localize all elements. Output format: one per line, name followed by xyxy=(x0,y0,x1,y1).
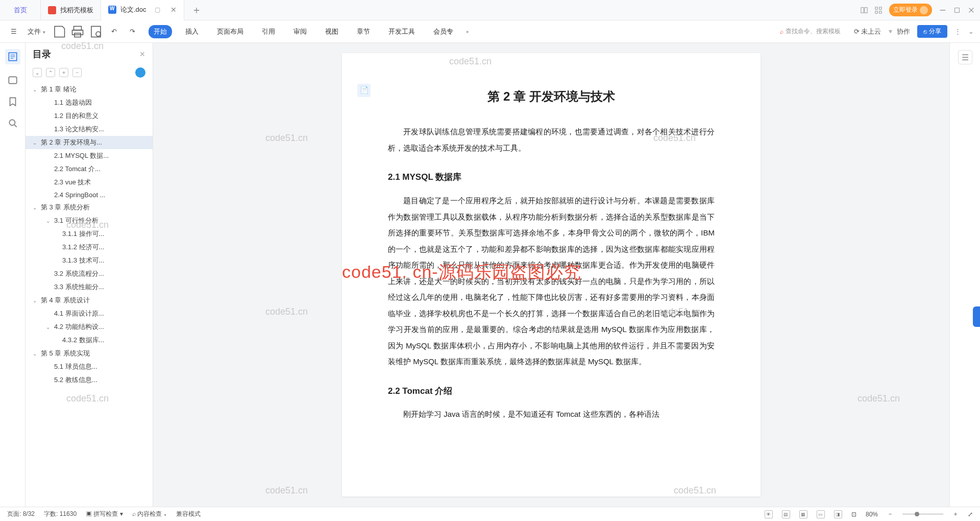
outline-item[interactable]: 2.2 Tomcat 介... xyxy=(26,162,153,176)
outline-label: 1.1 选题动因 xyxy=(54,98,92,107)
outline-item[interactable]: ⌄第 3 章 系统分析 xyxy=(26,201,153,214)
more-icon[interactable]: ⋮ xyxy=(954,28,961,35)
page-indicator[interactable]: 页面: 8/32 xyxy=(7,510,35,518)
chevron-down-icon: ⌄ xyxy=(33,205,40,210)
collapse-ribbon-icon[interactable]: ⌄ xyxy=(968,28,974,35)
outline-item[interactable]: ⌄第 4 章 系统设计 xyxy=(26,294,153,307)
outline-item[interactable]: 1.1 选题动因 xyxy=(26,96,153,109)
document-area[interactable]: 📄 第 2 章 开发环境与技术 开发球队训练信息管理系统需要搭建编程的环境，也需… xyxy=(153,43,949,507)
word-count[interactable]: 字数: 11630 xyxy=(44,510,77,518)
save-icon[interactable] xyxy=(52,24,67,39)
edge-tab[interactable] xyxy=(973,306,980,327)
outline-item[interactable]: 2.3 vue 技术 xyxy=(26,176,153,189)
tab-document[interactable]: 论文.doc ▢ ✕ xyxy=(101,0,184,20)
search-box[interactable]: ⌕ 查找命令、搜索模板 xyxy=(780,27,841,36)
outline-item[interactable]: 2.4 SpringBoot ... xyxy=(26,189,153,201)
zoom-slider[interactable] xyxy=(902,513,943,515)
close-window-button[interactable] xyxy=(968,7,975,14)
outline-item[interactable]: 5.2 教练信息... xyxy=(26,373,153,387)
close-icon[interactable]: ✕ xyxy=(170,6,177,14)
outline-item[interactable]: ⌄第 2 章 开发环境与... xyxy=(26,136,153,149)
redo-icon[interactable]: ↷ xyxy=(125,24,140,39)
undo-icon[interactable]: ↶ xyxy=(107,24,122,39)
ribbon-tab-chapter[interactable]: 章节 xyxy=(352,25,375,38)
ribbon-tab-devtools[interactable]: 开发工具 xyxy=(383,25,420,38)
print-icon[interactable] xyxy=(70,24,85,39)
spell-check[interactable]: ▣ 拼写检查 ▾ xyxy=(86,510,123,518)
outline-item[interactable]: 3.3 系统性能分... xyxy=(26,280,153,294)
fullscreen-icon[interactable]: ⤢ xyxy=(968,511,973,518)
outline-item[interactable]: ⌄3.1 可行性分析 xyxy=(26,214,153,227)
find-panel-icon[interactable] xyxy=(7,117,18,129)
ribbon-tab-view[interactable]: 视图 xyxy=(320,25,344,38)
search-placeholder: 查找命令、搜索模板 xyxy=(786,27,841,36)
outline-label: 1.3 论文结构安... xyxy=(54,125,104,134)
ribbon-tab-start[interactable]: 开始 xyxy=(149,25,172,38)
cloud-status[interactable]: ⟳ 未上云 xyxy=(854,27,881,36)
file-menu[interactable]: 文件 ▾ xyxy=(24,26,48,37)
outline-item[interactable]: 3.1.1 操作可... xyxy=(26,227,153,241)
outline-item[interactable]: 1.2 目的和意义 xyxy=(26,109,153,123)
outline-item[interactable]: 5.1 球员信息... xyxy=(26,360,153,373)
rail-menu-icon[interactable]: ☰ xyxy=(958,50,972,64)
svg-line-21 xyxy=(14,125,16,127)
outline-item[interactable]: 3.2 系统流程分... xyxy=(26,267,153,280)
page-action-icon[interactable]: 📄 xyxy=(357,84,371,97)
outline-item[interactable]: 4.1 界面设计原... xyxy=(26,307,153,320)
outline-label: 第 5 章 系统实现 xyxy=(41,349,90,358)
zoom-out-icon[interactable]: － xyxy=(887,510,893,518)
view-page-icon[interactable]: ▤ xyxy=(782,510,790,518)
zoom-fit-icon[interactable]: ⊡ xyxy=(851,511,856,518)
outline-title: 目录 xyxy=(33,48,51,60)
add-level-icon[interactable]: ＋ xyxy=(59,68,68,77)
expand-all-icon[interactable]: ⌃ xyxy=(46,68,55,77)
view-web-icon[interactable]: ▦ xyxy=(799,510,807,518)
ribbon-tab-review[interactable]: 审阅 xyxy=(288,25,312,38)
tab-home[interactable]: 首页 xyxy=(0,0,41,20)
ai-icon[interactable] xyxy=(135,67,145,78)
outline-item[interactable]: 3.1.3 技术可... xyxy=(26,254,153,267)
outline-item[interactable]: 2.1 MYSQL 数据... xyxy=(26,149,153,162)
apps-icon[interactable] xyxy=(875,7,882,14)
outline-item[interactable]: ⌄4.2 功能结构设... xyxy=(26,320,153,334)
ribbon-tab-reference[interactable]: 引用 xyxy=(257,25,280,38)
view-read-icon[interactable]: ◨ xyxy=(834,510,842,518)
ribbon-tab-member[interactable]: 会员专 xyxy=(428,25,458,38)
new-tab-button[interactable]: ＋ xyxy=(184,0,209,20)
login-button[interactable]: 立即登录 xyxy=(889,4,932,16)
outline-item[interactable]: 3.1.2 经济可... xyxy=(26,241,153,254)
svg-rect-10 xyxy=(74,26,81,30)
window-icon[interactable]: ▢ xyxy=(155,6,160,13)
ribbon-tab-insert[interactable]: 插入 xyxy=(180,25,204,38)
ribbon-tab-layout[interactable]: 页面布局 xyxy=(212,25,249,38)
outline-label: 3.2 系统流程分... xyxy=(54,269,104,278)
view-outline-icon[interactable]: ▭ xyxy=(817,510,825,518)
remove-level-icon[interactable]: － xyxy=(72,68,82,77)
chevron-down-icon: ⌄ xyxy=(33,87,40,92)
outline-item[interactable]: ⌄第 1 章 绪论 xyxy=(26,83,153,96)
maximize-button[interactable] xyxy=(953,7,961,14)
outline-item[interactable]: 4.3.2 数据库... xyxy=(26,334,153,347)
outline-panel-icon[interactable] xyxy=(5,49,20,64)
tab-template[interactable]: 找稻壳模板 xyxy=(41,0,101,20)
share-button[interactable]: ⎋ 分享 xyxy=(917,25,947,38)
tag-panel-icon[interactable] xyxy=(7,96,18,107)
outline-label: 第 4 章 系统设计 xyxy=(41,296,90,305)
chapter-heading: 第 2 章 开发环境与技术 xyxy=(388,84,715,109)
collab-button[interactable]: ᯤ 协作 xyxy=(888,27,910,36)
zoom-in-icon[interactable]: ＋ xyxy=(952,510,959,518)
print-preview-icon[interactable] xyxy=(88,24,104,39)
layout-icon[interactable] xyxy=(861,7,868,14)
minimize-button[interactable] xyxy=(939,7,946,14)
menu-icon[interactable]: ☰ xyxy=(6,24,21,39)
outline-item[interactable]: ⌄第 5 章 系统实现 xyxy=(26,347,153,360)
view-eye-icon[interactable]: 👁 xyxy=(765,510,773,518)
bookmark-panel-icon[interactable] xyxy=(7,75,18,86)
content-check[interactable]: ⌕ 内容检查 ▾ xyxy=(132,510,167,518)
collapse-all-icon[interactable]: ⌄ xyxy=(33,68,42,77)
close-outline-icon[interactable]: ✕ xyxy=(139,50,145,58)
outline-label: 3.1.2 经济可... xyxy=(62,243,104,252)
search-icon: ⌕ xyxy=(780,28,783,35)
zoom-level[interactable]: 80% xyxy=(866,511,878,518)
outline-item[interactable]: 1.3 论文结构安... xyxy=(26,123,153,136)
